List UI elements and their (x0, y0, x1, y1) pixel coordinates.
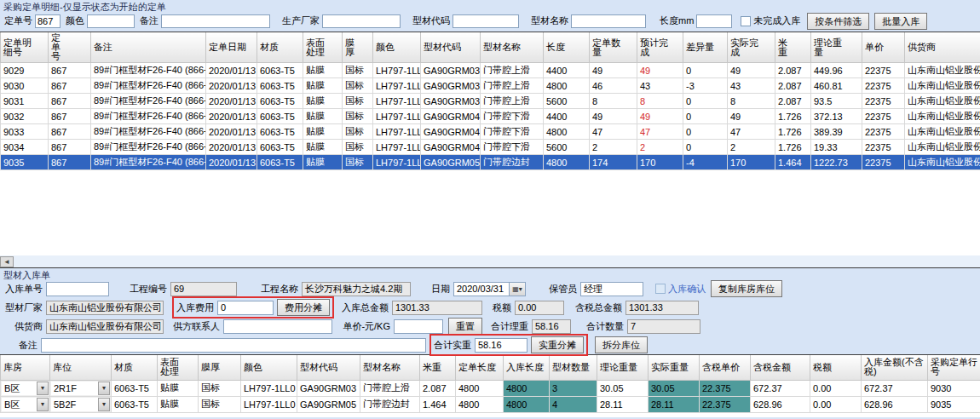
chevron-down-icon[interactable]: ▾ (98, 382, 110, 395)
column-header[interactable]: 定单数量 (590, 32, 637, 63)
column-header[interactable]: 米重 (775, 32, 811, 63)
table-row[interactable]: 902986789#门框型材F26-F40 (866+867)2020/01/1… (1, 63, 980, 78)
column-header[interactable]: 差异量 (683, 32, 728, 63)
supplier-contact-input[interactable] (223, 319, 332, 334)
reset-button[interactable]: 重置 (448, 318, 482, 335)
manufacturer-filter-input[interactable] (322, 14, 401, 28)
total-theory-field[interactable]: 58.16 (532, 319, 571, 334)
column-header[interactable]: 定单长度 (456, 355, 504, 380)
column-header[interactable]: 税额 (810, 355, 862, 380)
column-header[interactable]: 膜厚 (343, 32, 373, 63)
combo-cell[interactable]: B区▾ (1, 380, 50, 396)
combo-cell[interactable]: 5B2F▾ (50, 396, 112, 412)
column-header[interactable]: 实际完成 (728, 32, 775, 63)
inbound-total-field[interactable]: 1301.33 (392, 301, 482, 315)
chevron-down-icon[interactable]: ▾ (37, 398, 49, 411)
column-header[interactable]: 型材数量 (550, 355, 597, 380)
column-header[interactable]: 入库长度 (504, 355, 550, 380)
column-header[interactable]: 采购定单行号 (928, 355, 980, 380)
inbound-fee-input[interactable]: 0 (217, 301, 274, 315)
fee-share-button[interactable]: 费用分摊 (277, 299, 330, 316)
supplier-field[interactable]: 山东南山铝业股份有限公司 (46, 319, 164, 334)
table-row[interactable]: 903286789#门框型材F26-F40 (866+867)2020/01/1… (1, 109, 980, 124)
factory-field[interactable]: 山东南山铝业股份有限公司 (46, 301, 164, 315)
date-field[interactable]: 2020/03/31 (453, 282, 510, 296)
column-header[interactable]: 含税金额 (751, 355, 810, 380)
column-header[interactable]: 颜色 (373, 32, 421, 63)
column-header[interactable]: 实际重量 (649, 355, 700, 380)
cell: 49 (637, 63, 683, 78)
inbound-confirm-checkbox[interactable]: 入库确认 (655, 283, 706, 296)
table-row[interactable]: B区▾5B2F▾6063-T5贴膜国标LH797-1LL0GA90GRM05门带… (1, 396, 980, 412)
column-header[interactable]: 理论重量 (811, 32, 862, 63)
cell: 22.375 (700, 380, 751, 396)
inbound-no-input[interactable] (46, 282, 109, 296)
remark-input[interactable] (41, 338, 426, 353)
chevron-down-icon[interactable]: ▾ (98, 398, 110, 411)
cell: 4800 (544, 124, 590, 140)
total-qty-field[interactable]: 7 (627, 319, 700, 334)
column-header[interactable]: 材质 (257, 32, 303, 63)
column-header[interactable]: 定单明细号 (1, 32, 49, 63)
combo-cell[interactable]: 2R1F▾ (50, 380, 112, 396)
column-header[interactable]: 库位 (50, 355, 112, 380)
column-header[interactable]: 供货商 (905, 32, 980, 63)
length-filter-input[interactable] (696, 14, 732, 28)
date-picker[interactable]: 2020/03/31 ▦▾ (453, 282, 526, 296)
copy-location-button[interactable]: 复制库房库位 (711, 280, 782, 297)
unit-price-input[interactable] (394, 319, 443, 334)
column-header[interactable]: 材质 (112, 355, 158, 380)
color-filter-input[interactable] (87, 14, 135, 28)
profile-code-filter-input[interactable] (453, 14, 519, 28)
column-header[interactable]: 预计完成 (637, 32, 683, 63)
column-header[interactable]: 颜色 (241, 355, 297, 380)
table-row[interactable]: 903186789#门框型材F26-F40 (866+867)2020/01/1… (1, 94, 980, 109)
actual-share-button[interactable]: 实重分摊 (531, 336, 584, 353)
checkbox-icon[interactable] (741, 16, 751, 26)
tax-field[interactable]: 0.00 (515, 301, 564, 315)
column-header[interactable]: 米重 (420, 355, 456, 380)
table-row[interactable]: 903586789#门框型材F26-F40 (866+867)2020/01/1… (1, 155, 980, 170)
project-no-field[interactable]: 69 (170, 282, 237, 296)
order-no-input[interactable]: 867 (35, 14, 61, 28)
remark-filter-input[interactable] (161, 14, 270, 28)
column-header[interactable]: 表面处理 (158, 355, 199, 380)
column-header[interactable]: 型材名称 (481, 32, 544, 63)
column-header[interactable]: 型材名称 (360, 355, 420, 380)
table-row[interactable]: 903086789#门框型材F26-F40 (866+867)2020/01/1… (1, 78, 980, 94)
column-header[interactable]: 长度 (544, 32, 590, 63)
column-header[interactable]: 定单号 (49, 32, 91, 63)
project-name-field[interactable]: 长沙万科魅力之城4.2期 (302, 282, 411, 296)
scrollbar-track[interactable] (14, 256, 980, 267)
batch-inbound-button[interactable]: 批量入库 (874, 13, 927, 30)
column-header[interactable]: 入库金额(不含税) (862, 355, 928, 380)
inbound-panel-title: 型材入库单 (0, 268, 980, 279)
column-header[interactable]: 表面处理 (303, 32, 343, 63)
column-header[interactable]: 膜厚 (199, 355, 241, 380)
checkbox-icon[interactable] (655, 284, 666, 294)
purchase-grid-hscrollbar[interactable]: ◄ (0, 255, 980, 267)
unfinished-inbound-checkbox[interactable]: 未完成入库 (741, 14, 800, 27)
table-row[interactable]: 903486789#门框型材F26-F40 (866+867)2020/01/1… (1, 140, 980, 155)
column-header[interactable]: 备注 (91, 32, 206, 63)
keeper-field[interactable]: 经理 (580, 282, 643, 296)
column-header[interactable]: 定单日期 (206, 32, 257, 63)
column-header[interactable]: 单价 (862, 32, 905, 63)
combo-cell[interactable]: B区▾ (1, 396, 50, 412)
column-header[interactable]: 型材代码 (421, 32, 481, 63)
profile-name-filter-input[interactable] (571, 14, 646, 28)
total-with-tax-field[interactable]: 1301.33 (625, 301, 699, 315)
column-header[interactable]: 含税单价 (700, 355, 751, 380)
cell: 47 (637, 124, 683, 140)
total-actual-input[interactable]: 58.16 (475, 338, 527, 353)
column-header[interactable]: 理论重量 (597, 355, 649, 380)
scroll-left-icon[interactable]: ◄ (0, 256, 14, 267)
calendar-dropdown-icon[interactable]: ▦▾ (510, 282, 526, 296)
table-row[interactable]: 903386789#门框型材F26-F40 (866+867)2020/01/1… (1, 124, 980, 140)
table-row[interactable]: B区▾2R1F▾6063-T5贴膜国标LH797-1LL0GA90GRM03门带… (1, 380, 980, 396)
column-header[interactable]: 库房 (1, 355, 50, 380)
chevron-down-icon[interactable]: ▾ (37, 382, 49, 395)
column-header[interactable]: 型材代码 (297, 355, 360, 380)
filter-by-condition-button[interactable]: 按条件筛选 (807, 13, 869, 30)
split-location-button[interactable]: 拆分库位 (595, 336, 648, 353)
